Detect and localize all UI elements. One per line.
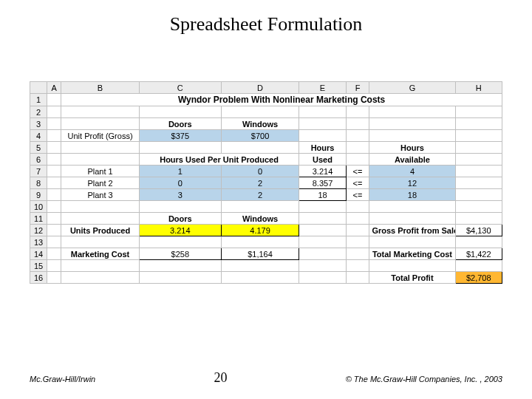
total-mkt-value: $1,422 [455, 248, 502, 260]
spreadsheet: A B C D E F G H 1 Wyndor Problem With No… [30, 81, 502, 284]
row-10: 10 [30, 201, 502, 213]
rownum-16: 16 [30, 272, 47, 284]
p3-rel: <= [346, 189, 369, 201]
rownum-13: 13 [30, 236, 47, 248]
p1-used: 3.214 [299, 166, 346, 177]
col-A: A [47, 82, 61, 94]
row-14: 14 Marketing Cost $258 $1,164 Total Mark… [30, 248, 502, 260]
mkt-doors: $258 [139, 248, 221, 260]
row-2: 2 [30, 106, 502, 118]
p2-windows: 2 [221, 177, 299, 189]
p1-avail: 4 [369, 166, 455, 177]
rownum-12: 12 [30, 225, 47, 236]
row-16: 16 Total Profit $2,708 [30, 272, 502, 284]
label-plant3: Plant 3 [61, 189, 140, 201]
p2-used: 8.357 [299, 177, 346, 189]
grid: A B C D E F G H 1 Wyndor Problem With No… [30, 81, 502, 284]
row-12: 12 Units Produced 3.214 4.179 Gross Prof… [30, 225, 502, 236]
footer-right: © The Mc.Graw-Hill Companies, Inc. , 200… [346, 375, 502, 383]
unit-profit-doors: $375 [139, 130, 221, 142]
unit-profit-windows: $700 [221, 130, 299, 142]
row-11: 11 Doors Windows [30, 213, 502, 225]
label-total-profit: Total Profit [369, 272, 455, 284]
footer-page: 20 [214, 370, 227, 386]
row-8: 8 Plant 2 0 2 8.357 <= 12 [30, 177, 502, 189]
col-F: F [346, 82, 369, 94]
label-total-marketing: Total Marketing Cost [369, 248, 455, 260]
label-plant1: Plant 1 [61, 166, 140, 177]
p3-used: 18 [299, 189, 346, 201]
label-doors-2: Doors [139, 213, 221, 225]
label-windows-2: Windows [221, 213, 299, 225]
p1-rel: <= [346, 166, 369, 177]
rownum-15: 15 [30, 260, 47, 272]
rownum-1: 1 [30, 94, 47, 106]
row-7: 7 Plant 1 1 0 3.214 <= 4 [30, 166, 502, 177]
rownum-8: 8 [30, 177, 47, 189]
units-doors: 3.214 [139, 225, 221, 236]
row-3: 3 Doors Windows [30, 118, 502, 130]
label-windows: Windows [221, 118, 299, 130]
col-D: D [221, 82, 299, 94]
row-9: 9 Plant 3 3 2 18 <= 18 [30, 189, 502, 201]
units-windows: 4.179 [221, 225, 299, 236]
p2-avail: 12 [369, 177, 455, 189]
label-hours-per-unit: Hours Used Per Unit Produced [139, 154, 299, 166]
corner-cell [30, 82, 47, 94]
mkt-windows: $1,164 [221, 248, 299, 260]
label-unit-profit: Unit Profit (Gross) [61, 130, 140, 142]
label-hours-avail-bot: Available [369, 154, 455, 166]
label-plant2: Plant 2 [61, 177, 140, 189]
slide-title: Spreadsheet Formulation [0, 13, 532, 35]
row-5: 5 Hours Hours [30, 142, 502, 154]
label-gross-profit: Gross Profit from Sales [369, 225, 455, 236]
column-header-row: A B C D E F G H [30, 82, 502, 94]
rownum-11: 11 [30, 213, 47, 225]
rownum-7: 7 [30, 166, 47, 177]
rownum-10: 10 [30, 201, 47, 213]
rownum-4: 4 [30, 130, 47, 142]
col-C: C [139, 82, 221, 94]
p3-avail: 18 [369, 189, 455, 201]
row-1: 1 Wyndor Problem With Nonlinear Marketin… [30, 94, 502, 106]
col-H: H [455, 82, 502, 94]
footer: Mc.Graw-Hill/Irwin 20 © The Mc.Graw-Hill… [30, 370, 502, 386]
row-4: 4 Unit Profit (Gross) $375 $700 [30, 130, 502, 142]
col-G: G [369, 82, 455, 94]
p3-doors: 3 [139, 189, 221, 201]
label-hours-used-top: Hours [299, 142, 346, 154]
label-marketing-cost: Marketing Cost [61, 248, 140, 260]
footer-left: Mc.Graw-Hill/Irwin [30, 375, 95, 383]
label-units-produced: Units Produced [61, 225, 140, 236]
p1-windows: 0 [221, 166, 299, 177]
p1-doors: 1 [139, 166, 221, 177]
label-doors: Doors [139, 118, 221, 130]
p3-windows: 2 [221, 189, 299, 201]
total-profit-value: $2,708 [455, 272, 502, 284]
rownum-2: 2 [30, 106, 47, 118]
label-hours-avail-top: Hours [369, 142, 455, 154]
row-15: 15 [30, 260, 502, 272]
rownum-9: 9 [30, 189, 47, 201]
rownum-3: 3 [30, 118, 47, 130]
rownum-14: 14 [30, 248, 47, 260]
sheet-title: Wyndor Problem With Nonlinear Marketing … [61, 94, 502, 106]
gross-profit-value: $4,130 [455, 225, 502, 236]
rownum-5: 5 [30, 142, 47, 154]
col-E: E [299, 82, 346, 94]
col-B: B [61, 82, 140, 94]
row-6: 6 Hours Used Per Unit Produced Used Avai… [30, 154, 502, 166]
row-13: 13 [30, 236, 502, 248]
label-hours-used-bot: Used [299, 154, 346, 166]
p2-doors: 0 [139, 177, 221, 189]
rownum-6: 6 [30, 154, 47, 166]
p2-rel: <= [346, 177, 369, 189]
slide: Spreadsheet Formulation A B C D E F G H [0, 0, 532, 399]
